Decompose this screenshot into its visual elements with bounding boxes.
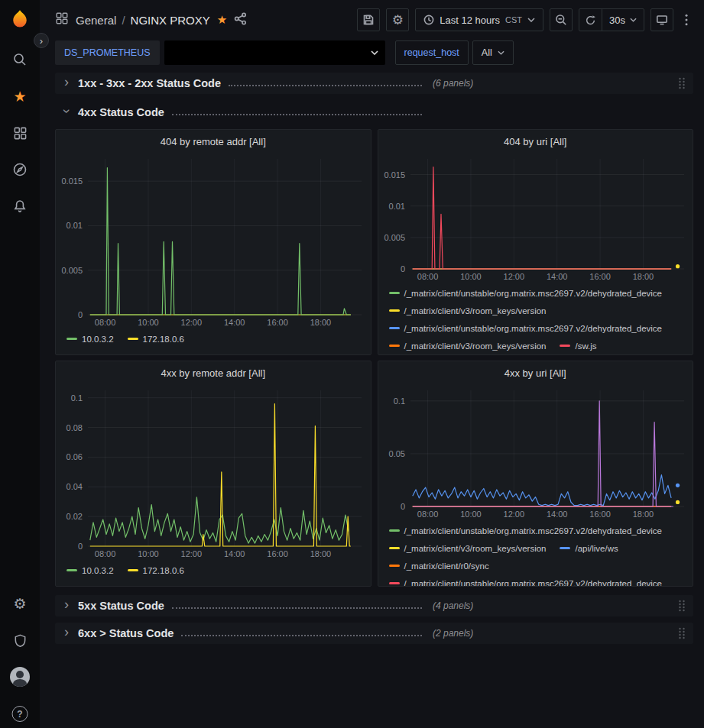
time-range-picker[interactable]: Last 12 hours CST <box>415 8 543 31</box>
help-icon[interactable]: ? <box>12 706 28 722</box>
row-header-1xx-3xx-2xx[interactable]: › 1xx - 3xx - 2xx Status Code (6 panels) <box>55 73 693 94</box>
legend-item[interactable]: /_matrix/client/v3/room_keys/version <box>389 544 547 553</box>
row-title: 4xx Status Code <box>78 106 164 118</box>
adhoc-filter-value-dropdown[interactable]: All <box>472 40 514 65</box>
svg-text:0.05: 0.05 <box>388 449 404 458</box>
zoom-out-button[interactable] <box>550 8 573 31</box>
legend-item[interactable]: /_matrix/client/unstable/org.matrix.msc2… <box>389 526 663 535</box>
svg-text:0.08: 0.08 <box>67 423 83 432</box>
panel-title[interactable]: 4xx by uri [All] <box>504 367 566 379</box>
panel-title[interactable]: 4xx by remote addr [All] <box>161 367 265 379</box>
top-navbar: General / NGINX PROXY ★ ⚙ Last 12 hours … <box>40 0 704 40</box>
svg-text:14:00: 14:00 <box>546 510 567 519</box>
grafana-logo-icon[interactable] <box>8 8 31 31</box>
svg-text:16:00: 16:00 <box>589 272 611 281</box>
time-series-chart[interactable]: 08:0010:0012:0014:0016:0018:0000.020.040… <box>56 384 371 560</box>
legend-item[interactable]: /api/live/ws <box>560 544 618 553</box>
adhoc-filter-value: All <box>482 47 492 58</box>
sidebar: ★ ⚙ ? <box>0 0 40 728</box>
legend-swatch-icon <box>67 569 77 571</box>
row-header-5xx[interactable]: › 5xx Status Code (4 panels) <box>55 595 693 616</box>
time-series-chart[interactable]: 08:0010:0012:0014:0016:0018:0000.0050.01… <box>56 153 371 328</box>
legend-item[interactable]: /_matrix/client/v3/room_keys/version <box>389 306 547 315</box>
row-title: 1xx - 3xx - 2xx Status Code <box>78 77 221 89</box>
legend-item[interactable]: /_matrix/client/unstable/org.matrix.msc2… <box>389 324 663 333</box>
panel-404-by-remote-addr: 404 by remote addr [All]08:0010:0012:001… <box>55 129 371 355</box>
user-avatar[interactable] <box>10 667 30 687</box>
dashboard-settings-button[interactable]: ⚙ <box>386 8 409 31</box>
sidebar-expand-button[interactable]: › <box>34 33 49 48</box>
panel-header: 404 by uri [All] <box>378 130 693 153</box>
favorite-star-icon[interactable]: ★ <box>217 13 227 27</box>
server-admin-shield-icon[interactable] <box>11 631 29 649</box>
row-header-6xx[interactable]: › 6xx > Status Code (2 panels) <box>55 623 693 644</box>
panel-legend: 10.0.3.2172.18.0.6 <box>56 328 371 354</box>
legend-item[interactable]: 172.18.0.6 <box>128 566 184 575</box>
row-collapse-icon: › <box>61 624 72 640</box>
svg-text:0.04: 0.04 <box>67 482 83 491</box>
svg-text:14:00: 14:00 <box>546 272 567 281</box>
legend-swatch-icon <box>389 565 400 567</box>
row-drag-handle-icon[interactable] <box>678 600 687 612</box>
panel-legend: 10.0.3.2172.18.0.6 <box>56 560 371 586</box>
share-icon[interactable] <box>234 12 247 28</box>
legend-item[interactable]: /_matrix/client/unstable/org.matrix.msc2… <box>389 579 663 587</box>
refresh-interval-dropdown[interactable]: 30s <box>602 9 644 31</box>
legend-swatch-icon <box>389 292 400 294</box>
more-options-icon[interactable] <box>680 8 693 31</box>
panel-legend: /_matrix/client/unstable/org.matrix.msc2… <box>378 283 693 354</box>
search-icon[interactable] <box>11 50 29 69</box>
panel-title[interactable]: 404 by remote addr [All] <box>161 136 266 147</box>
dotted-leader <box>229 85 422 86</box>
svg-text:14:00: 14:00 <box>224 318 245 327</box>
time-range-label: Last 12 hours <box>440 15 500 26</box>
legend-swatch-icon <box>389 327 400 329</box>
starred-dashboards-icon[interactable]: ★ <box>11 87 29 105</box>
settings-gear-icon[interactable]: ⚙ <box>11 594 29 613</box>
legend-item[interactable]: /sw.js <box>560 341 596 351</box>
time-series-chart[interactable]: 08:0010:0012:0014:0016:0018:0000.0050.01… <box>378 153 693 283</box>
panel-legend: /_matrix/client/unstable/org.matrix.msc2… <box>378 520 693 586</box>
explore-compass-icon[interactable] <box>11 160 29 179</box>
row-panel-count: (2 panels) <box>433 628 473 639</box>
svg-text:08:00: 08:00 <box>95 318 116 327</box>
time-series-chart[interactable]: 08:0010:0012:0014:0016:0018:0000.050.1 <box>378 384 693 520</box>
legend-swatch-icon <box>128 338 138 340</box>
legend-item[interactable]: /_matrix/client/unstable/org.matrix.msc2… <box>389 289 663 298</box>
row-collapse-icon: › <box>59 105 75 116</box>
legend-item[interactable]: /_matrix/client/v3/room_keys/version <box>389 341 547 351</box>
legend-item[interactable]: 10.0.3.2 <box>67 566 114 575</box>
breadcrumb-folder[interactable]: General <box>76 14 116 27</box>
tv-mode-button[interactable] <box>650 8 673 31</box>
row-drag-handle-icon[interactable] <box>678 77 687 89</box>
datasource-variable-label: DS_PROMETHEUS <box>55 40 160 65</box>
row-panel-count: (6 panels) <box>433 78 473 89</box>
adhoc-filter-key[interactable]: request_host <box>395 40 469 65</box>
refresh-controls: 30s <box>579 8 644 31</box>
panel-404-by-uri: 404 by uri [All]08:0010:0012:0014:0016:0… <box>378 129 694 355</box>
panel-title[interactable]: 404 by uri [All] <box>504 136 566 147</box>
dashboards-icon[interactable] <box>11 124 29 142</box>
svg-text:18:00: 18:00 <box>632 272 654 281</box>
svg-text:10:00: 10:00 <box>460 272 482 281</box>
svg-text:0: 0 <box>400 264 404 273</box>
row-collapse-icon: › <box>61 597 72 613</box>
legend-item[interactable]: 10.0.3.2 <box>67 335 114 344</box>
legend-item[interactable]: 172.18.0.6 <box>128 335 184 344</box>
alerting-bell-icon[interactable] <box>11 197 29 215</box>
legend-swatch-icon <box>389 582 400 584</box>
legend-item[interactable]: /_matrix/client/r0/sync <box>389 561 489 571</box>
svg-text:10:00: 10:00 <box>138 549 159 558</box>
save-dashboard-button[interactable] <box>357 8 380 31</box>
row-header-4xx[interactable]: › 4xx Status Code <box>55 102 693 123</box>
template-variables-bar: DS_PROMETHEUS request_host All <box>40 40 704 66</box>
dashboard-canvas: › 1xx - 3xx - 2xx Status Code (6 panels)… <box>40 66 704 644</box>
breadcrumb-dashboard[interactable]: NGINX PROXY <box>131 14 210 27</box>
refresh-icon[interactable] <box>579 9 602 31</box>
svg-text:18:00: 18:00 <box>632 510 654 519</box>
datasource-dropdown[interactable] <box>164 40 385 65</box>
row-drag-handle-icon[interactable] <box>678 627 687 639</box>
legend-swatch-icon <box>128 569 138 571</box>
panel-header: 4xx by remote addr [All] <box>56 361 371 384</box>
dotted-leader <box>172 114 422 115</box>
